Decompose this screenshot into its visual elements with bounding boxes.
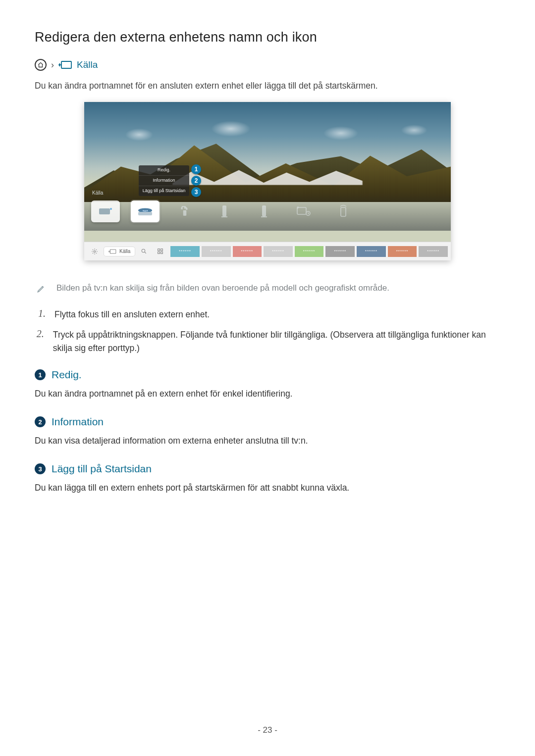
source-icon	[58, 60, 72, 69]
svg-text:●▬●: ●▬●	[142, 209, 148, 212]
page-number: - 23 -	[0, 725, 535, 735]
context-menu: Redig. Information Lägg till på Startsid…	[139, 165, 189, 196]
step-text: Flytta fokus till en ansluten extern enh…	[54, 308, 210, 321]
svg-rect-18	[161, 249, 163, 251]
section-number-circle: 3	[35, 463, 46, 474]
svg-point-16	[142, 249, 145, 252]
home-icon	[35, 59, 47, 71]
section-heading-edit: 1 Redig.	[35, 369, 500, 381]
source-card-selected[interactable]: ●▬●	[131, 201, 160, 222]
app-tiles: ****************************************…	[170, 246, 448, 257]
bottom-source-chip[interactable]: Källa	[104, 247, 135, 256]
source-card-ghost[interactable]	[170, 201, 199, 222]
app-tile[interactable]: ******	[419, 246, 448, 257]
search-icon[interactable]	[137, 248, 151, 254]
source-card-ghost[interactable]	[289, 201, 318, 222]
section-heading-text: Redig.	[52, 369, 82, 381]
lead-text: Du kan ändra portnamnet för en ansluten …	[35, 81, 500, 91]
svg-rect-7	[222, 205, 226, 216]
bottom-source-label: Källa	[119, 249, 130, 254]
breadcrumb: › Källa	[35, 59, 500, 71]
app-tile[interactable]: ******	[264, 246, 293, 257]
svg-point-14	[94, 251, 96, 252]
chevron-right-icon: ›	[51, 60, 54, 70]
steps-list: 1. Flytta fokus till en ansluten extern …	[35, 308, 500, 355]
app-tile[interactable]: ******	[295, 246, 324, 257]
pencil-icon	[37, 284, 46, 295]
source-card-ghost[interactable]	[250, 201, 278, 222]
svg-rect-0	[61, 61, 71, 68]
svg-rect-17	[158, 249, 160, 251]
note-text: Bilden på tv:n kan skilja sig från bilde…	[56, 283, 389, 293]
callout-2: 2	[191, 176, 201, 186]
svg-rect-13	[341, 207, 346, 216]
section-body: Du kan lägga till en extern enhets port …	[35, 483, 500, 493]
app-tile[interactable]: ******	[170, 246, 200, 257]
section-body: Du kan visa detaljerad information om ex…	[35, 436, 500, 446]
breadcrumb-label: Källa	[77, 59, 98, 70]
app-tile[interactable]: ******	[325, 246, 355, 257]
svg-rect-10	[261, 216, 267, 217]
source-card[interactable]	[91, 201, 120, 222]
step-item: 1. Flytta fokus till en ansluten extern …	[35, 308, 500, 321]
bottom-bar: Källa **********************************…	[84, 242, 451, 260]
svg-rect-19	[158, 252, 160, 254]
source-strip: Källa ●▬●	[84, 192, 451, 231]
svg-rect-4	[138, 212, 152, 215]
callout-1: 1	[191, 164, 201, 174]
section-number-circle: 1	[35, 369, 46, 380]
svg-rect-20	[161, 252, 163, 254]
app-tile[interactable]: ******	[357, 246, 386, 257]
section-number-circle: 2	[35, 416, 46, 427]
screenshot-figure: Redig. Information Lägg till på Startsid…	[84, 102, 451, 260]
step-item: 2. Tryck på uppåtriktningsknappen. Följa…	[35, 328, 500, 355]
svg-rect-1	[99, 208, 110, 214]
section-heading-text: Lägg till på Startsidan	[52, 463, 152, 475]
svg-rect-9	[262, 205, 266, 216]
svg-rect-15	[110, 250, 115, 253]
section-heading-add-home: 3 Lägg till på Startsidan	[35, 463, 500, 475]
source-card-ghost[interactable]	[329, 201, 358, 222]
source-card-ghost[interactable]	[210, 201, 239, 222]
menu-item-info[interactable]: Information	[139, 176, 189, 186]
svg-point-2	[110, 208, 112, 210]
step-number: 2.	[35, 328, 44, 355]
app-tile[interactable]: ******	[388, 246, 417, 257]
apps-icon[interactable]	[153, 248, 167, 254]
step-number: 1.	[35, 308, 46, 321]
app-tile[interactable]: ******	[202, 246, 231, 257]
section-heading-text: Information	[52, 416, 104, 428]
gear-icon[interactable]	[87, 248, 102, 255]
svg-rect-6	[183, 210, 187, 216]
svg-rect-8	[221, 216, 227, 217]
svg-rect-11	[297, 207, 306, 214]
menu-item-edit[interactable]: Redig.	[139, 165, 189, 176]
section-heading-info: 2 Information	[35, 416, 500, 428]
app-tile[interactable]: ******	[233, 246, 262, 257]
source-strip-title: Källa	[92, 190, 103, 196]
section-body: Du kan ändra portnamnet på en extern enh…	[35, 389, 500, 399]
page-title: Redigera den externa enhetens namn och i…	[35, 30, 500, 45]
step-text: Tryck på uppåtriktningsknappen. Följande…	[53, 328, 500, 355]
